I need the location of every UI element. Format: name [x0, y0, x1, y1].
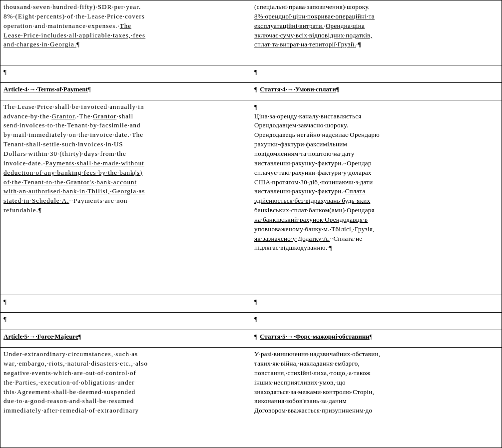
- article4-heading-right-content: ¶ Стаття·4·→·Умови·сплати¶: [254, 85, 499, 94]
- pilcrow-left-3: ¶: [3, 315, 6, 323]
- payments-ref: Payments·shall·be·made·without deduction…: [3, 159, 145, 204]
- pilcrow-left-1: ¶: [3, 68, 6, 75]
- article5-heading-row: Article·5·→·Force·Majeure¶ ¶ Стаття·5·→·…: [0, 330, 502, 348]
- article4-body-right: ¶ Ціна·за·оренду·каналу·виставляється Ор…: [251, 100, 502, 295]
- article5-en-text: Under·extraordinary·circumstances,·such·…: [3, 350, 248, 425]
- pilcrow-left-2: ¶: [3, 298, 6, 305]
- page-container: thousand·seven·hundred·fifty)·SDR·per·ye…: [0, 0, 502, 448]
- article4-body-left: The·Lease·Price·shall·be·invoiced·annual…: [0, 100, 251, 295]
- empty-row-1: ¶ ¶: [0, 65, 502, 82]
- pilcrow-a4-ua: ¶: [336, 85, 339, 93]
- empty-right-3: ¶: [251, 313, 502, 330]
- article4-en-text: The·Lease·Price·shall·be·invoiced·annual…: [3, 102, 248, 215]
- article5-body-right: У·разі·виникнення·надзвичайних·обставин,…: [251, 348, 502, 448]
- article5-body-row: Under·extraordinary·circumstances,·such·…: [0, 348, 502, 448]
- article5-heading-left-content: Article·5·→·Force·Majeure¶: [3, 332, 248, 342]
- pilcrow-a4-ua-pre: ¶: [254, 85, 257, 93]
- pilcrow-right-2: ¶: [254, 298, 257, 305]
- article4-heading-left-content: Article·4·→·Terms·of·Payment¶: [3, 85, 248, 94]
- article4-body-right-content: ¶ Ціна·за·оренду·каналу·виставляється Ор…: [254, 102, 499, 253]
- article4-body-left-content: The·Lease·Price·shall·be·invoiced·annual…: [3, 102, 248, 215]
- grantor-ref-1: Grantor: [51, 112, 75, 120]
- article4-heading-row: Article·4·→·Terms·of·Payment¶ ¶ Стаття·4…: [0, 82, 502, 100]
- empty-right-1: ¶: [251, 65, 502, 82]
- article5-body-right-content: У·разі·виникнення·надзвичайних·обставин,…: [254, 350, 499, 425]
- article5-body-left-content: Under·extraordinary·circumstances,·such·…: [3, 350, 248, 425]
- intro-left-cell: thousand·seven·hundred·fifty)·SDR·per·ye…: [0, 0, 251, 65]
- empty-right-2: ¶: [251, 295, 502, 313]
- intro-left-text: thousand·seven·hundred·fifty)·SDR·per·ye…: [3, 2, 248, 49]
- empty-left-1: ¶: [0, 65, 251, 82]
- article4-ua-text: ¶ Ціна·за·оренду·каналу·виставляється Ор…: [254, 102, 499, 253]
- pilcrow-a5-ua-pre: ¶: [254, 333, 257, 340]
- intro-para-row: thousand·seven·hundred·fifty)·SDR·per·ye…: [0, 0, 502, 65]
- empty-left-3: ¶: [0, 313, 251, 330]
- ua-splata-ref: Сплата здійснюється·без·відрахувань·будь…: [254, 187, 375, 242]
- article5-title-en: Article·5·→·Force·Majeure: [3, 333, 78, 340]
- intro-right-content: (спеціальні·права·запозичення)·шороку. 8…: [254, 2, 499, 49]
- article4-heading-left: Article·4·→·Terms·of·Payment¶: [0, 82, 251, 100]
- pilcrow-a5-ua: ¶: [370, 333, 373, 340]
- empty-row-2: ¶ ¶: [0, 295, 502, 313]
- article4-title-ua: Стаття·4·→·Умови·сплати: [260, 85, 336, 93]
- pilcrow-right-3: ¶: [254, 315, 257, 323]
- article4-title-en: Article·4·→·Terms·of·Payment: [3, 85, 88, 93]
- pilcrow-right-1: ¶: [254, 68, 257, 75]
- grantor-ref-2: Grantor: [93, 112, 116, 120]
- intro-right-text: (спеціальні·права·запозичення)·шороку. 8…: [254, 2, 499, 49]
- intro-left-content: thousand·seven·hundred·fifty)·SDR·per·ye…: [3, 2, 248, 49]
- article5-heading-left: Article·5·→·Force·Majeure¶: [0, 330, 251, 348]
- intro-right-cell: (спеціальні·права·запозичення)·шороку. 8…: [251, 0, 502, 65]
- article5-heading-right-content: ¶ Стаття·5·→·Форс-мажорні·обставини¶: [254, 332, 499, 342]
- article5-heading-right: ¶ Стаття·5·→·Форс-мажорні·обставини¶: [251, 330, 502, 348]
- empty-row-3: ¶ ¶: [0, 313, 502, 330]
- empty-left-2: ¶: [0, 295, 251, 313]
- article4-body-row: The·Lease·Price·shall·be·invoiced·annual…: [0, 100, 502, 295]
- article5-title-ua: Стаття·5·→·Форс-мажорні·обставини: [260, 333, 370, 340]
- pilcrow-a5-en: ¶: [78, 333, 81, 340]
- the-lease-price-ref: The Lease·Price·includes·all·applicable·…: [3, 22, 145, 48]
- article5-ua-text: У·разі·виникнення·надзвичайних·обставин,…: [254, 350, 499, 425]
- pilcrow-a4-en: ¶: [88, 85, 91, 93]
- document-table: thousand·seven·hundred·fifty)·SDR·per·ye…: [0, 0, 502, 448]
- article4-heading-right: ¶ Стаття·4·→·Умови·сплати¶: [251, 82, 502, 100]
- article5-body-left: Under·extraordinary·circumstances,·such·…: [0, 348, 251, 448]
